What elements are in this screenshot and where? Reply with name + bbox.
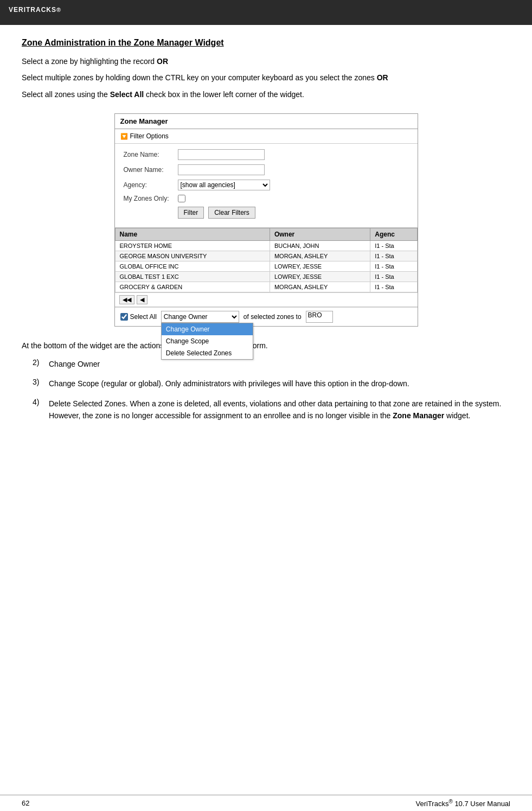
table-row[interactable]: GEORGE MASON UNIVERSITYMORGAN, ASHLEYI1 …: [115, 251, 417, 261]
select-all-label: Select All: [130, 313, 157, 321]
zone-table: Name Owner Agenc EROYSTER HOMEBUCHAN, JO…: [115, 228, 418, 292]
filter-form: Zone Name: Owner Name: Agency: [show all…: [115, 144, 418, 228]
table-cell: GEORGE MASON UNIVERSITY: [115, 251, 270, 261]
my-zones-label: My Zones Only:: [124, 195, 178, 202]
table-row[interactable]: GROCERY & GARDENMORGAN, ASHLEYI1 - Sta: [115, 282, 417, 292]
zone-name-label: Zone Name:: [124, 151, 178, 158]
intro-line-1: Select a zone by highlighting the record…: [22, 55, 510, 67]
widget-title-bar: Zone Manager: [115, 114, 418, 129]
agency-row: Agency: [show all agencies]: [124, 180, 409, 190]
clear-filters-button[interactable]: Clear Filters: [208, 207, 255, 219]
dropdown-item-change-owner[interactable]: Change Owner: [162, 323, 253, 335]
footer-right: VeriTracks® 10.7 User Manual: [415, 799, 510, 808]
zone-name-row: Zone Name:: [124, 149, 409, 160]
owner-name-label: Owner Name:: [124, 166, 178, 174]
table-cell: BUCHAN, JOHN: [270, 241, 370, 251]
widget-title: Zone Manager: [120, 117, 168, 125]
owner-field: BRO: [306, 311, 333, 323]
list-num: 2): [33, 358, 49, 370]
col-owner: Owner: [270, 228, 370, 241]
list-content: Delete Selected Zones. When a zone is de…: [49, 398, 510, 422]
list-content: Change Owner: [49, 358, 100, 370]
list-item: 4)Delete Selected Zones. When a zone is …: [22, 398, 510, 422]
my-zones-checkbox[interactable]: [178, 195, 185, 202]
zone-name-input[interactable]: [178, 149, 265, 160]
agency-select[interactable]: [show all agencies]: [178, 180, 270, 190]
logo: VeriTracks®: [9, 5, 61, 20]
table-row[interactable]: GLOBAL TEST 1 EXCLOWREY, JESSEI1 - Sta: [115, 272, 417, 282]
filter-button[interactable]: Filter: [178, 207, 204, 219]
agency-label: Agency:: [124, 181, 178, 189]
prev-page-button[interactable]: ◀: [137, 295, 148, 304]
table-cell: I1 - Sta: [370, 241, 417, 251]
table-cell: I1 - Sta: [370, 251, 417, 261]
select-all-checkbox[interactable]: [120, 313, 128, 321]
first-page-button[interactable]: ◀◀: [119, 295, 134, 304]
table-cell: LOWREY, JESSE: [270, 272, 370, 282]
list-item: 2)Change Owner: [22, 358, 510, 370]
filter-buttons: Filter Clear Filters: [124, 207, 409, 222]
footer: 62 VeriTracks® 10.7 User Manual: [0, 795, 532, 811]
table-row[interactable]: GLOBAL OFFICE INCLOWREY, JESSEI1 - Sta: [115, 261, 417, 272]
select-all-area: Select All: [120, 313, 157, 321]
list-num: 4): [33, 398, 49, 422]
table-cell: GROCERY & GARDEN: [115, 282, 270, 292]
list-content: Change Scope (regular or global). Only a…: [49, 378, 409, 389]
table-header-row: Name Owner Agenc: [115, 228, 417, 241]
table-cell: LOWREY, JESSE: [270, 261, 370, 272]
list-num: 3): [33, 378, 49, 389]
table-cell: I1 - Sta: [370, 282, 417, 292]
col-agency: Agenc: [370, 228, 417, 241]
table-row[interactable]: EROYSTER HOMEBUCHAN, JOHNI1 - Sta: [115, 241, 417, 251]
owner-name-input[interactable]: [178, 164, 265, 175]
table-cell: MORGAN, ASHLEY: [270, 282, 370, 292]
zone-manager-widget: Zone Manager 🔽 Filter Options Zone Name:…: [114, 113, 418, 327]
table-cell: EROYSTER HOME: [115, 241, 270, 251]
widget-container: Zone Manager 🔽 Filter Options Zone Name:…: [22, 113, 510, 327]
owner-name-row: Owner Name:: [124, 164, 409, 175]
pagination-bar: ◀◀ ◀: [115, 292, 418, 307]
footer-page-num: 62: [22, 799, 29, 807]
col-name: Name: [115, 228, 270, 241]
table-cell: GLOBAL TEST 1 EXC: [115, 272, 270, 282]
of-selected-label: of selected zones to: [243, 313, 302, 321]
intro-line-2: Select multiple zones by holding down th…: [22, 72, 510, 84]
list-items-container: 2)Change Owner3)Change Scope (regular or…: [22, 358, 510, 422]
filter-options-bar[interactable]: 🔽 Filter Options: [115, 129, 418, 144]
table-cell: I1 - Sta: [370, 272, 417, 282]
action-dropdown[interactable]: Change Owner Change Scope Delete Selecte…: [161, 311, 239, 323]
my-zones-row: My Zones Only:: [124, 195, 409, 202]
dropdown-menu: Change Owner Change Scope Delete Selecte…: [161, 323, 253, 360]
main-content: Zone Administration in the Zone Manager …: [0, 25, 532, 462]
dropdown-item-change-scope[interactable]: Change Scope: [162, 335, 253, 347]
list-item: 3)Change Scope (regular or global). Only…: [22, 378, 510, 389]
filter-icon: 🔽: [120, 133, 128, 140]
dropdown-item-delete-zones[interactable]: Delete Selected Zones: [162, 347, 253, 359]
table-cell: MORGAN, ASHLEY: [270, 251, 370, 261]
table-cell: GLOBAL OFFICE INC: [115, 261, 270, 272]
bottom-intro: At the bottom of the widget are the acti…: [22, 340, 510, 353]
filter-options-label: Filter Options: [130, 132, 169, 140]
header: VeriTracks®: [0, 0, 532, 25]
section-title: Zone Administration in the Zone Manager …: [22, 38, 510, 48]
table-cell: I1 - Sta: [370, 261, 417, 272]
action-bar: Select All Change Owner Change Scope Del…: [115, 307, 418, 326]
intro-line-3: Select all zones using the Select All ch…: [22, 88, 510, 100]
action-dropdown-container: Change Owner Change Scope Delete Selecte…: [161, 311, 239, 323]
